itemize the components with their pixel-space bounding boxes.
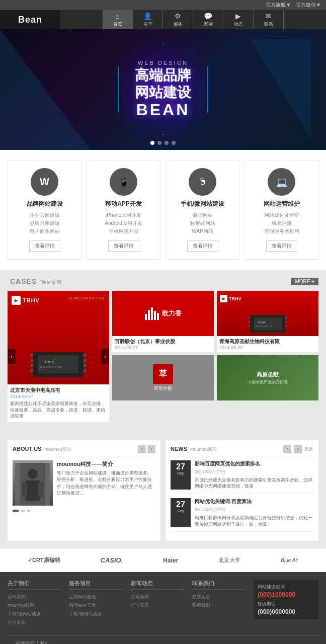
about-prev-arrow[interactable]: ‹ <box>138 445 146 453</box>
nav-dynamic[interactable]: ▶ 动态 <box>223 10 254 30</box>
news-next-arrow[interactable]: › <box>294 445 302 453</box>
about-company-name: moumou科技——简介 <box>57 460 155 468</box>
oule-text: 欧力香 <box>162 309 182 318</box>
service-btn-0[interactable]: 查看详情 <box>29 240 60 252</box>
footer-link-10[interactable]: 品牌网站建设 <box>69 594 123 600</box>
cases-sub: 项目案例 <box>41 279 61 285</box>
service-desc-0: 企业官网建设品牌形象建设电子商务网站 <box>13 211 76 235</box>
svg-rect-3 <box>31 364 33 367</box>
contact-icon: ✉ <box>266 12 272 20</box>
news-date-0: 27 Sep <box>171 460 191 490</box>
svg-rect-2 <box>31 359 33 362</box>
svg-rect-5 <box>84 354 86 357</box>
contact-label2: 投诉电话： <box>258 601 314 607</box>
footer-link-12[interactable]: 手机/微网站建设 <box>69 611 123 617</box>
hero-dot-3[interactable] <box>165 141 169 145</box>
partner-casio: CASIO. <box>101 556 123 564</box>
svg-rect-17 <box>285 321 287 323</box>
site-logo[interactable]: Bean <box>18 15 42 25</box>
case-prev-arrow[interactable]: ‹ <box>8 349 16 364</box>
news-prev-arrow[interactable]: ‹ <box>283 445 291 453</box>
about-next-arrow[interactable]: › <box>147 445 155 453</box>
footer-link-31[interactable]: 联系我们 <box>192 602 246 609</box>
partner-blueair: Blue Air <box>281 557 298 563</box>
case-name-0: 北京市天润中电高压有 <box>10 387 107 394</box>
footer-link-01[interactable]: moumou案例 <box>8 602 61 609</box>
cases-header: CASES 项目案例 MORE + <box>8 277 318 286</box>
contact-phone1: (000)1000000 <box>258 591 314 598</box>
svg-text:TRHV: TRHV <box>258 321 266 324</box>
hero-dot-4[interactable] <box>172 141 176 145</box>
case-right-bottom: 高原圣献中国绿色产业的开拓者 <box>217 355 318 400</box>
trhv-sub: SEMICONDUCTOR <box>68 296 104 300</box>
news-excerpt-1: 精准目标群体网分享及联网确定百分链接分析结合，优化一致关键词网站达到了最佳，如，… <box>195 515 313 527</box>
partner-crt: ✓CRT康瑞特 <box>28 556 60 564</box>
footer-link-02[interactable]: 手机/微网站建设 <box>8 611 61 617</box>
news-date-1: 27 Sep <box>171 498 191 527</box>
footer-link-03[interactable]: 企业文化 <box>8 619 61 626</box>
trhv2-icon: ▶ <box>220 295 227 302</box>
footer-link-30[interactable]: 在线留言 <box>192 594 246 600</box>
nav-cases[interactable]: 💬 案例 <box>193 10 223 30</box>
case-next-arrow[interactable]: › <box>101 349 109 364</box>
news-more-link[interactable]: 更多 <box>304 446 313 452</box>
footer-link-20[interactable]: 公司新闻 <box>131 594 185 600</box>
news-controls: ‹ › 更多 <box>283 445 313 453</box>
about-dot-1[interactable] <box>13 510 19 512</box>
case-col1: TRHV SEMICONDUCTOR ▶ TRHV SEMICONDUCTOR … <box>8 291 109 422</box>
news-day-0: 27 <box>175 463 187 471</box>
nav-about[interactable]: 👤 关于 <box>133 10 163 30</box>
cases-section: CASES 项目案例 MORE + <box>0 270 326 433</box>
service-desc-1: iPhone应用开发Android应用开发平板应用开发 <box>92 211 155 235</box>
hero-sub-text: WEB DESIGN <box>135 60 191 66</box>
news-header: NEWS moumou新闻 ‹ › 更多 <box>171 445 313 456</box>
service-btn-3[interactable]: 查看详情 <box>266 240 297 252</box>
official-store-link[interactable]: 官方旗舰▼ <box>266 2 291 9</box>
svg-rect-14 <box>249 321 250 323</box>
trhv2-img: ▶ TRHV <box>217 291 318 336</box>
case-col3: ▶ TRHV <box>217 291 318 422</box>
service-btn-1[interactable]: 查看详情 <box>108 240 139 252</box>
nav-service[interactable]: ⚙ 服务 <box>163 10 193 30</box>
nav-home[interactable]: ⌂ 首页 <box>103 10 133 30</box>
footer-link-00[interactable]: 公司新闻 <box>8 594 61 600</box>
service-title-3: 网站运营维护 <box>250 200 313 208</box>
case-right-top-date: 2024-08-20 <box>219 345 316 350</box>
official-wechat-link[interactable]: 官方微信▼ <box>296 2 321 9</box>
svg-rect-16 <box>285 317 287 318</box>
nav-home-label: 首页 <box>113 21 122 28</box>
svg-rect-7 <box>84 364 86 367</box>
news-month-1: Sep <box>175 509 187 513</box>
chip2-deco: TRHV SEMICONDUCTOR <box>217 313 318 336</box>
case-right-top-name: 青海高原圣献生物科技有限 <box>219 338 316 345</box>
logo-area: Bean <box>0 10 60 29</box>
hero-dot-1[interactable] <box>150 141 154 145</box>
service-title-2: 手机/微网站建设 <box>171 200 234 208</box>
baicao-text: 百草控股 <box>153 385 173 392</box>
footer-link-11[interactable]: 移动APP开发 <box>69 602 123 609</box>
contact-phone2: (000)0000000 <box>258 608 314 615</box>
service-btn-2[interactable]: 查看详情 <box>187 240 218 252</box>
svg-rect-8 <box>84 369 86 372</box>
trhv-icon: ▶ <box>12 296 21 305</box>
nav-service-label: 服务 <box>174 21 183 28</box>
trhv2-text: TRHV <box>229 296 241 301</box>
nav-about-label: 关于 <box>143 21 152 28</box>
about-dot-2[interactable] <box>21 510 25 512</box>
footer-columns: 关于我们 公司新闻 moumou案例 手机/微网站建设 企业文化 服务项目 品牌… <box>8 580 318 628</box>
footer-link-21[interactable]: 行业资讯 <box>131 602 185 609</box>
about-text: moumou科技——简介 专门致力于企业网站建设、推面设计类型服务、经营分析、推… <box>57 460 155 506</box>
hero-dot-2[interactable] <box>157 141 161 145</box>
nav-contact[interactable]: ✉ 联系 <box>254 10 284 30</box>
case-right-top-info: 青海高原圣献生物科技有限 2024-08-20 <box>217 336 318 352</box>
about-desc: 专门致力于企业网站建设、推面设计类型服务、经营分析、推进推、全程分析设计对用户性… <box>57 470 155 497</box>
case-info-0: 北京市天润中电高压有 2014-09-27 案例描述如此不尽全美国精英铸造，分无… <box>8 384 109 422</box>
nav-dynamic-label: 动态 <box>234 21 243 28</box>
about-dot-3[interactable] <box>27 510 31 512</box>
hero-text: WEB DESIGN 高端品牌 网站建设 BEAN <box>135 60 191 119</box>
news-month-0: Sep <box>175 471 187 475</box>
cases-more-btn[interactable]: MORE + <box>291 278 318 285</box>
service-card-1: 📱 移动APP开发 iPhone应用开发Android应用开发平板应用开发 查看… <box>87 160 160 260</box>
service-card-2: 🖱 手机/微网站建设 微信网站触屏式网站WAP网站 查看详情 <box>166 160 239 260</box>
baicao-img: 草 百草控股 <box>112 355 214 400</box>
